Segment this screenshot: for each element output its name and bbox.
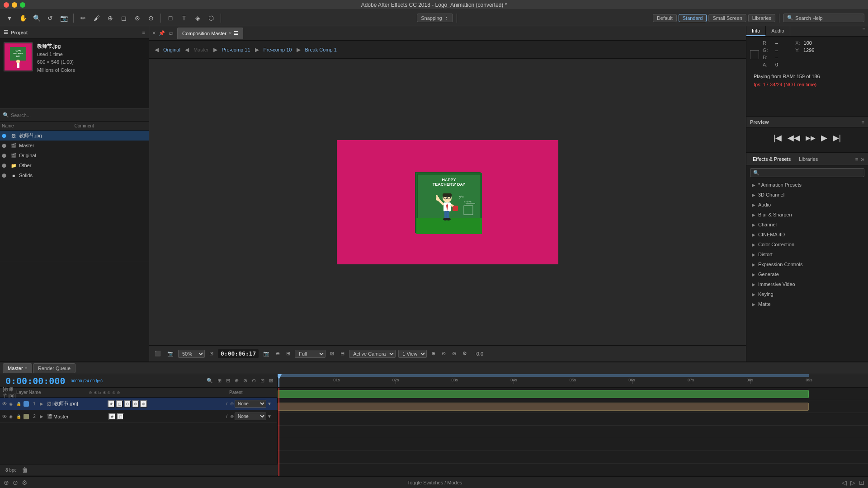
cam-btn[interactable]: 📷 — [261, 350, 271, 357]
project-menu-btn[interactable]: ≡ — [142, 30, 145, 35]
maximize-button[interactable] — [20, 2, 25, 8]
layer-2-vis[interactable]: 👁 — [2, 413, 8, 420]
layer-2-lock[interactable]: 🔒 — [16, 414, 23, 419]
comp-tab-master[interactable]: Composition Master ✕ ☰ — [177, 28, 243, 39]
effects-search-input[interactable] — [750, 168, 864, 177]
effects-expand-btn[interactable]: » — [861, 155, 864, 163]
tf-zoom-out[interactable]: ◁ — [842, 479, 847, 486]
rotation-tool[interactable]: ↺ — [44, 12, 56, 24]
tf-btn-3[interactable]: ⚙ — [22, 479, 28, 486]
check-btn[interactable]: ⊠ — [328, 350, 336, 357]
workspace-default[interactable]: Default — [653, 14, 677, 22]
layer-1-parent-select[interactable]: None — [235, 400, 266, 408]
effects-tab-libraries[interactable]: Libraries — [796, 155, 821, 163]
sw-slash-1[interactable]: / — [226, 401, 227, 406]
sw-fx-1[interactable]: ★ — [108, 400, 115, 408]
lc-btn-5[interactable]: ⊙ — [250, 377, 257, 384]
nav-precomp11[interactable]: Pre-comp 11 — [222, 47, 250, 52]
nav-btn-pc11[interactable]: ▶ — [253, 46, 261, 54]
nav-breakcomp1[interactable]: Break Comp 1 — [305, 47, 337, 52]
file-item-5[interactable]: ⬤ ■ Solids — [0, 170, 149, 180]
tf-zoom-in[interactable]: ▷ — [850, 479, 855, 486]
pen-tool[interactable]: ✏ — [77, 12, 89, 24]
preview-last-btn[interactable]: ▶| — [832, 132, 842, 144]
effect-item-11[interactable]: ▶Keying — [746, 289, 868, 299]
preview-play-btn[interactable]: ▶▶ — [805, 133, 816, 142]
layer-2-parent-select[interactable]: None — [235, 413, 266, 420]
snapping-toggle[interactable]: Snapping ⋮ — [417, 14, 453, 22]
hand-tool[interactable]: ✋ — [17, 12, 29, 24]
layer-1-expand[interactable]: ▶ — [40, 401, 46, 406]
zoom-tool[interactable]: 🔍 — [31, 12, 42, 24]
delete-btn[interactable]: 🗑 — [22, 466, 28, 474]
timeline-ruler[interactable]: 01s02s03s04s05s06s07s08s09s — [278, 374, 868, 388]
info-tab-audio[interactable]: Audio — [766, 26, 790, 36]
lc-btn-3[interactable]: ⊕ — [233, 377, 240, 384]
lc-btn-6[interactable]: ⊡ — [259, 377, 266, 384]
layer-row-1[interactable]: 👁 ◉ 🔒 1 ▶ 🖼 [教师节.jpg] ★ ◻ ⊙ ⊗ ⊕ — [0, 398, 277, 410]
lc-btn-1[interactable]: ⊞ — [216, 377, 223, 384]
sw-slash-2[interactable]: / — [226, 414, 227, 419]
effect-item-2[interactable]: ▶Audio — [746, 200, 868, 210]
nav-precomp10[interactable]: Pre-comp 10 — [264, 47, 292, 52]
file-item-1[interactable]: ⬤ 🖼 教师节.jpg — [0, 131, 149, 141]
project-search-input[interactable] — [11, 113, 146, 118]
track-bar-2[interactable] — [278, 403, 809, 411]
layer-row-2[interactable]: 👁 ◉ 🔒 2 ▶ 🎬 Master ★ ◻ / ⊕ — [0, 410, 277, 423]
file-item-2[interactable]: ⬤ 🎬 Master — [0, 141, 149, 150]
grid-btn[interactable]: ⊞ — [284, 350, 292, 357]
sw-mo-2[interactable]: ◻ — [117, 413, 124, 420]
fast-btn[interactable]: ⊗ — [450, 350, 458, 357]
fit-btn[interactable]: ⊡ — [208, 350, 215, 357]
preview-prev-frame-btn[interactable]: ◀◀ — [787, 132, 801, 144]
tf-fit[interactable]: ⊡ — [859, 479, 864, 486]
effect-item-5[interactable]: ▶CINEMA 4D — [746, 230, 868, 239]
quality-select[interactable]: Full Half Quarter — [295, 350, 326, 358]
nav-master[interactable]: Master — [193, 47, 209, 52]
nav-prev-btn[interactable]: ◀ — [153, 46, 160, 54]
workspace-libraries[interactable]: Libraries — [748, 14, 775, 22]
effect-item-7[interactable]: ▶Distort — [746, 249, 868, 259]
layer-2-solo[interactable]: ◉ — [9, 414, 15, 419]
sw-ef-1[interactable]: ⊕ — [140, 400, 147, 408]
lc-btn-7[interactable]: ⊠ — [268, 377, 274, 384]
info-menu-btn[interactable]: ≡ — [863, 26, 865, 36]
layer-1-solo[interactable]: ◉ — [9, 402, 15, 406]
minimize-button[interactable] — [12, 2, 17, 8]
nav-original[interactable]: Original — [163, 47, 180, 52]
track-bar-1[interactable] — [278, 390, 809, 398]
sw-mo-1[interactable]: ◻ — [116, 400, 123, 408]
view-select[interactable]: 1 View — [398, 350, 427, 358]
preview-menu-btn[interactable]: ≡ — [862, 119, 864, 125]
workspace-small-screen[interactable]: Small Screen — [708, 14, 746, 22]
effect-item-1[interactable]: ▶3D Channel — [746, 190, 868, 200]
close-button[interactable] — [4, 2, 9, 8]
mask-tool[interactable]: ⬡ — [205, 12, 217, 24]
camera-tool[interactable]: 📷 — [58, 12, 70, 24]
select-tool[interactable]: ▼ — [4, 12, 15, 24]
comp-tab-menu[interactable]: ☰ — [234, 30, 238, 36]
effect-item-6[interactable]: ▶Color Correction — [746, 239, 868, 249]
tf-btn-1[interactable]: ⊕ — [4, 479, 9, 486]
timeline-tab-render[interactable]: Render Queue — [33, 363, 75, 373]
workspace-standard[interactable]: Standard — [679, 14, 707, 22]
composition-viewer[interactable]: HAPPYTEACHERS' DAY HAPPY TEACHERS' DAY y… — [149, 59, 746, 345]
lc-search-btn[interactable]: 🔍 — [205, 377, 214, 384]
zoom-select[interactable]: 50% 100% 25% — [178, 350, 205, 358]
lc-btn-4[interactable]: ⊗ — [242, 377, 249, 384]
timeline-tab-close[interactable]: ≡ — [25, 366, 27, 371]
text-tool[interactable]: T — [178, 12, 190, 24]
layer-2-expand[interactable]: ▶ — [40, 414, 46, 419]
snapshot-btn[interactable]: 📷 — [165, 350, 175, 357]
viewer-btn2[interactable]: ⊟ — [339, 350, 346, 357]
comp-tab-close[interactable]: ✕ — [228, 31, 232, 36]
nav-btn-orig[interactable]: ◀ — [183, 46, 191, 54]
effects-tab-fx[interactable]: Effects & Presets — [750, 155, 793, 163]
roto-tool[interactable]: ⊗ — [132, 12, 143, 24]
comp-pin[interactable]: 📌 — [159, 30, 165, 36]
search-help-box[interactable]: 🔍 Search Help — [783, 14, 864, 22]
sync-btn[interactable]: ⊙ — [440, 350, 448, 357]
file-item-3[interactable]: ⬤ 🎬 Original — [0, 150, 149, 160]
effect-item-9[interactable]: ▶Generate — [746, 269, 868, 279]
view-options[interactable]: ⊕ — [429, 350, 437, 357]
